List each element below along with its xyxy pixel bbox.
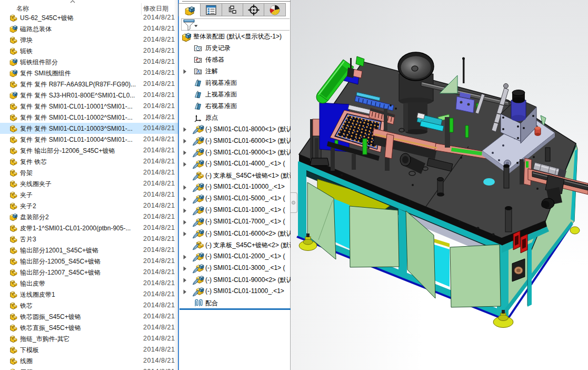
svg-text:A: A xyxy=(196,69,200,74)
